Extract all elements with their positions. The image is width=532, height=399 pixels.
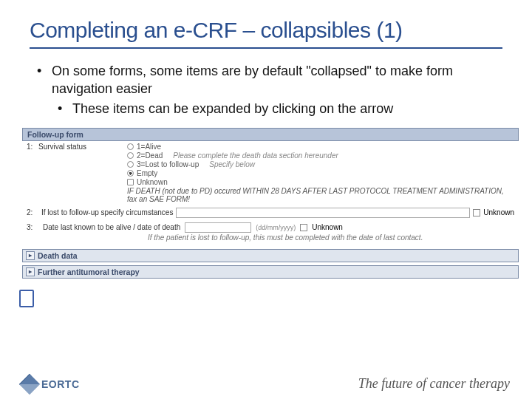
checkbox-icon[interactable] [300, 224, 307, 231]
opt-unknown: Unknown [137, 178, 168, 186]
q2-unknown-label: Unknown [483, 208, 514, 216]
collapsible-further-therapy[interactable]: ▸ Further antitumoral therapy [22, 265, 519, 279]
q3-note: If the patient is lost to follow-up, thi… [22, 233, 519, 246]
expand-arrow-icon[interactable]: ▸ [26, 251, 35, 260]
bullet-list: On some forms, some items are by default… [37, 62, 502, 117]
collapsible-label: Death data [38, 251, 78, 260]
highlight-callout [19, 290, 34, 307]
q3-hint: (dd/mm/yyyy) [256, 224, 296, 231]
q2-number: 2: [27, 208, 38, 216]
q1-warning: IF DEATH (not due to PD) occured WITHIN … [127, 187, 514, 203]
q1-label: Survival status [38, 143, 127, 203]
checkbox-icon[interactable] [127, 179, 134, 185]
opt-lost: 3=Lost to follow-up [137, 160, 199, 168]
form-screenshot: Follow-up form 1: Survival status 1=Aliv… [22, 128, 519, 279]
question-1: 1: Survival status 1=Alive 2=DeadPlease … [22, 141, 519, 203]
question-3: 3: Date last known to be alive / date of… [22, 221, 519, 233]
q3-unknown-label: Unknown [312, 223, 343, 231]
tagline: The future of cancer therapy [358, 376, 510, 392]
slide-title: Completing an e-CRF – collapsibles (1) [30, 18, 502, 49]
q3-input[interactable] [185, 222, 251, 233]
bullet-1: On some forms, some items are by default… [37, 62, 502, 98]
radio-icon-selected[interactable] [127, 170, 134, 177]
footer: EORTC The future of cancer therapy [0, 376, 532, 392]
q3-label: Date last known to be alive / date of de… [43, 223, 180, 231]
logo-cube-icon [19, 373, 40, 394]
opt-dead-hint: Please complete the death data section h… [173, 151, 338, 160]
radio-icon[interactable] [127, 161, 134, 168]
form-header: Follow-up form [22, 128, 519, 141]
opt-dead: 2=Dead [137, 151, 163, 160]
expand-arrow-icon[interactable]: ▸ [26, 267, 35, 276]
opt-lost-hint: Specify below [209, 160, 255, 168]
bullet-2: These items can be expanded by clicking … [58, 100, 502, 117]
opt-empty: Empty [137, 169, 157, 177]
eortc-logo: EORTC [22, 377, 80, 392]
q2-input[interactable] [176, 208, 470, 218]
q1-options: 1=Alive 2=DeadPlease complete the death … [127, 143, 514, 203]
question-2: 2: If lost to follow-up specify circumst… [22, 203, 519, 221]
radio-icon[interactable] [127, 152, 134, 159]
opt-alive: 1=Alive [137, 143, 161, 151]
radio-icon[interactable] [127, 143, 134, 150]
q1-number: 1: [27, 143, 38, 203]
collapsible-death-data[interactable]: ▸ Death data [22, 249, 519, 262]
q3-number: 3: [27, 223, 38, 231]
logo-text: EORTC [41, 378, 80, 390]
checkbox-icon[interactable] [473, 209, 480, 216]
q2-label: If lost to follow-up specify circumstanc… [41, 208, 173, 216]
collapsible-label: Further antitumoral therapy [38, 267, 140, 276]
